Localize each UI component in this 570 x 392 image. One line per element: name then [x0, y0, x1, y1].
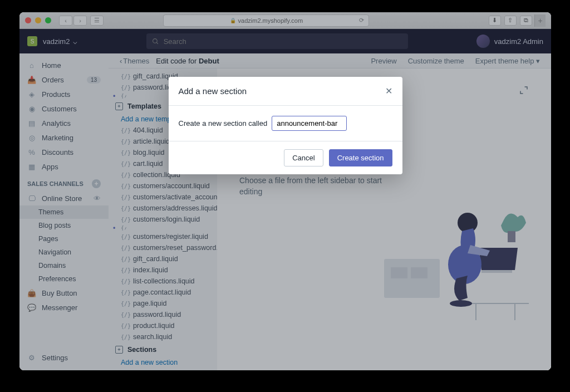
- close-icon[interactable]: ✕: [385, 86, 392, 96]
- cancel-button[interactable]: Cancel: [284, 149, 323, 166]
- modal-label: Create a new section called: [179, 119, 268, 128]
- modal-title: Add a new section: [179, 86, 247, 96]
- section-name-input[interactable]: [272, 116, 347, 131]
- modal-overlay[interactable]: Add a new section ✕ Create a new section…: [19, 12, 551, 370]
- add-section-modal: Add a new section ✕ Create a new section…: [169, 77, 402, 174]
- create-section-button[interactable]: Create section: [329, 149, 392, 166]
